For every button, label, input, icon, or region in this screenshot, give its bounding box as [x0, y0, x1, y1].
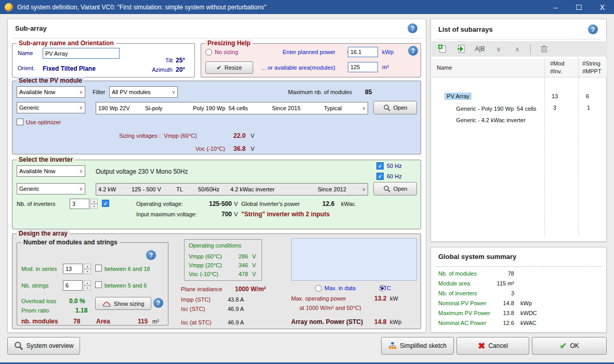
- pv-open-button[interactable]: Open: [373, 101, 417, 114]
- add-icon: [438, 44, 447, 54]
- nb-inverters-input[interactable]: [70, 199, 89, 209]
- operating-voltage-value: 125-500: [201, 200, 232, 207]
- spin-up-icon[interactable]: ▴: [84, 264, 91, 269]
- subarray-name-input[interactable]: [43, 48, 120, 59]
- no-sizing-radio[interactable]: [205, 49, 212, 56]
- list-help-icon[interactable]: ?: [588, 24, 598, 34]
- subarray-heading: Sub-array: [15, 24, 47, 32]
- sizing-graph-placeholder: [291, 238, 417, 281]
- op-row-label: Vmpp (20°C): [189, 262, 222, 268]
- presizing-group: Presizing Help No sizing Enter planned p…: [201, 43, 421, 77]
- close-button[interactable]: X: [591, 0, 614, 14]
- area-input[interactable]: [348, 62, 378, 72]
- inverter-model-select[interactable]: 4.2 kW 125 - 500 V TL 50/60Hz 4.2 kWac i…: [96, 183, 368, 196]
- hz60-checkbox[interactable]: ✓: [376, 173, 384, 180]
- pv-availability-value: Available Now: [19, 89, 56, 95]
- list-header: Name #Mod #Inv. #String #MPPT: [432, 59, 607, 77]
- cancel-button[interactable]: ✖ Cancel: [456, 337, 529, 355]
- summary-value: 13.8: [493, 310, 514, 316]
- hz50-checkbox[interactable]: ✓: [376, 162, 384, 170]
- move-down-button[interactable]: ∨: [493, 43, 504, 55]
- chevron-down-icon: ∨: [77, 186, 83, 191]
- use-optimizer-label: Use optimizer: [26, 119, 61, 125]
- max-modules-value: 85: [365, 88, 372, 96]
- spin-down-icon[interactable]: ▾: [84, 269, 91, 274]
- resize-label: Resize: [225, 64, 242, 71]
- modules-strings-help-icon[interactable]: ?: [146, 250, 156, 260]
- simplified-sketch-button[interactable]: Simplified sketch: [381, 337, 454, 355]
- spin-up-icon[interactable]: ▴: [84, 280, 91, 285]
- ok-label: OK: [570, 342, 579, 349]
- nb-strings-input[interactable]: [63, 280, 83, 291]
- summary-value: 78: [493, 270, 514, 277]
- modules-strings-group: Number of modules and strings ? Mod. in …: [17, 242, 168, 326]
- spin-up-icon[interactable]: ▴: [90, 199, 98, 204]
- add-subarray-button[interactable]: [437, 43, 448, 55]
- move-up-button[interactable]: ∧: [512, 43, 523, 55]
- spin-down-icon[interactable]: ▾: [90, 204, 98, 209]
- resize-button[interactable]: ✔ Resize: [205, 61, 253, 74]
- pv-manufacturer-select[interactable]: Generic∨: [17, 102, 85, 113]
- pv-module-power: 190 Wp 22V: [98, 105, 145, 111]
- inverter-open-button[interactable]: Open: [373, 182, 417, 196]
- summary-value: 14.8: [493, 300, 514, 306]
- tree-inverter-mod-count: 3: [553, 105, 556, 111]
- summary-label: Maximum PV Power: [438, 310, 490, 316]
- inverter-manufacturer-select[interactable]: Generic∨: [17, 183, 85, 194]
- planned-power-input[interactable]: [348, 47, 378, 57]
- design-area-value: 115: [138, 318, 148, 325]
- voc-unit: V: [251, 146, 254, 152]
- pv-filter-select[interactable]: All PV modules∨: [109, 86, 178, 98]
- vmpp-value: 22.0: [233, 132, 245, 139]
- inverter-availability-select[interactable]: Available Now∨: [17, 165, 85, 177]
- max-operating-power-label: Max. operating power: [291, 295, 346, 302]
- pv-filter-value: All PV modules: [112, 89, 151, 95]
- duplicate-subarray-button[interactable]: [455, 43, 467, 55]
- max-in-data-radio[interactable]: [315, 285, 322, 292]
- pv-module-select[interactable]: 190 Wp 22V Si-poly Poly 190 Wp 54 cells …: [96, 102, 368, 114]
- area-label: ... or available area(modules): [257, 64, 335, 71]
- maximize-button[interactable]: ☐: [567, 0, 591, 14]
- auto-nb-inverters-checkbox[interactable]: ✓: [102, 200, 109, 207]
- inverter-voltage: 125 - 500 V: [132, 186, 176, 192]
- show-sizing-button[interactable]: Show sizing: [95, 297, 151, 310]
- pv-module-legend: Select the PV module: [17, 77, 84, 84]
- max-modules-label: Maximum nb. of modules: [288, 89, 352, 95]
- use-optimizer-checkbox[interactable]: [17, 119, 23, 125]
- subarray-help-icon[interactable]: ?: [408, 23, 417, 33]
- nb-strings-stepper[interactable]: ▴▾: [63, 280, 91, 291]
- inverter-tl: TL: [176, 186, 198, 192]
- show-sizing-help-icon[interactable]: ?: [153, 298, 163, 308]
- toolbar-separator: [530, 44, 531, 54]
- chevron-down-icon: ∨: [77, 168, 83, 174]
- chevron-down-icon: ∨: [77, 105, 83, 110]
- pv-availability-select[interactable]: Available Now∨: [17, 86, 85, 98]
- col-mppt: #MPPT: [582, 68, 602, 74]
- rename-subarray-button[interactable]: A|B: [474, 43, 486, 55]
- delete-subarray-button[interactable]: [538, 43, 550, 55]
- mod-series-stepper[interactable]: ▴▾: [63, 264, 91, 274]
- minimize-button[interactable]: –: [544, 0, 567, 14]
- presizing-help-icon[interactable]: ?: [408, 46, 418, 56]
- op-row-value: 346: [234, 262, 248, 268]
- summary-value: 3: [493, 290, 514, 296]
- col-inv: #Inv.: [550, 68, 562, 74]
- name-orientation-group: Sub-array name and Orientation Name Orie…: [12, 43, 195, 77]
- nb-strings-range-checkbox[interactable]: [95, 281, 102, 288]
- summary-label: Nominal AC Power: [438, 320, 486, 326]
- op-row-unit: V: [252, 253, 256, 259]
- system-overview-label: System overview: [27, 342, 74, 349]
- pv-module-since: Since 2015: [272, 105, 324, 111]
- mod-series-range-checkbox[interactable]: [95, 265, 102, 271]
- spin-down-icon[interactable]: ▾: [84, 285, 91, 291]
- system-overview-button[interactable]: System overview: [7, 337, 80, 355]
- list-toolbar: A|B ∨ ∧: [432, 41, 607, 57]
- ok-button[interactable]: ✔ OK: [532, 337, 607, 355]
- op-row-unit: V: [252, 262, 256, 268]
- mod-series-input[interactable]: [63, 264, 83, 274]
- op-row-value: 478: [234, 271, 248, 277]
- summary-value: 12.6: [493, 320, 514, 326]
- nb-inverters-stepper[interactable]: ▴▾: [70, 199, 98, 209]
- pv-module-note: Typical: [324, 105, 342, 111]
- tree-row-inverter[interactable]: ···· Generic - 4.2 kWac inverter: [447, 105, 526, 129]
